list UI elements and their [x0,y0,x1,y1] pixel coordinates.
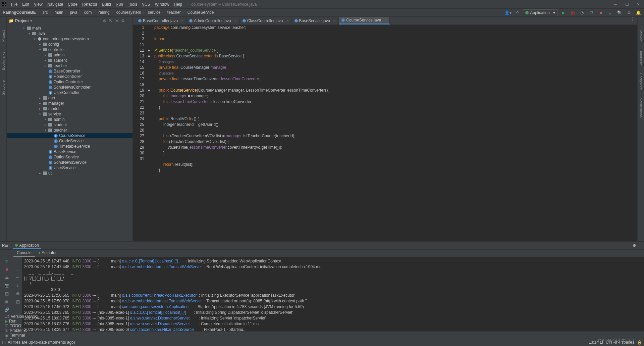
breadcrumb-item[interactable]: CourseService [187,10,215,15]
structure-tool-button[interactable]: Structure [1,80,5,95]
editor-tab[interactable]: cClassController.java× [240,17,292,24]
editor-tab[interactable]: cBaseService.java× [292,17,339,24]
debug-icon[interactable]: 🐞 [569,9,576,16]
link-icon[interactable]: 🔗 [4,307,10,313]
tree-node[interactable]: cHomeController [7,74,132,79]
close-tab-icon[interactable]: × [181,18,183,23]
tree-node[interactable]: ▾service [7,111,132,117]
down-icon[interactable]: ↓ [15,266,21,273]
tree-node[interactable]: ▾main [7,26,132,31]
scroll-icon[interactable]: ⤓ [15,283,21,289]
tree-node[interactable]: ▾controller [7,47,132,52]
editor-tab[interactable]: cAdminController.java× [186,17,240,24]
tree-node[interactable]: ▸config [7,42,132,47]
breadcrumb-item[interactable]: com [84,10,93,15]
tree-node[interactable]: cSdnuNewsController [7,85,132,90]
up-icon[interactable]: ↑ [15,258,21,264]
menu-view[interactable]: View [32,2,45,7]
run-icon[interactable]: ▶ [559,9,567,16]
minimize-icon[interactable]: ─ [610,0,621,9]
menu-navigate[interactable]: Navigate [45,2,65,7]
bookmarks-tool-button[interactable]: Bookmarks [1,52,5,70]
status-problems[interactable]: ⚠ Problems [2,328,41,333]
breadcrumb-item[interactable]: src [42,10,49,15]
tree-node[interactable]: cSdnuNewsService [7,160,132,165]
camera-icon[interactable]: 📷 [4,283,10,289]
tree-node[interactable]: ▸admin [7,117,132,122]
console-tab[interactable]: Console [13,250,35,257]
menu-help[interactable]: Help [171,2,184,7]
menu-run[interactable]: Run [113,2,125,7]
menu-build[interactable]: Build [100,2,113,7]
run-configuration-selector[interactable]: Application▾ [523,9,557,16]
expand-icon[interactable]: ⇱ [109,18,112,23]
menu-tools[interactable]: Tools [125,2,140,7]
exit-icon[interactable]: ⏏ [4,275,10,281]
search-icon[interactable]: 🔍 [616,9,623,16]
tree-node[interactable]: ▸admin [7,52,132,58]
profiler-icon[interactable]: ⏱ [588,9,595,16]
layout-icon[interactable]: ▤ [4,291,10,297]
close-tab-icon[interactable]: × [333,18,336,23]
trash-icon[interactable]: 🗑 [4,299,10,305]
target-icon[interactable]: ⊕ [103,18,106,23]
print-icon[interactable]: 🖶 [15,291,21,297]
breadcrumb-item[interactable]: RainngCourseBE [2,10,37,15]
tree-node[interactable]: cUserService [7,165,132,170]
notifications-icon[interactable]: 🔔 [635,9,642,16]
tree-node[interactable]: ▸manager [7,101,132,106]
breadcrumb-item[interactable]: teacher [167,10,181,15]
menu-code[interactable]: Code [65,2,80,7]
tree-node[interactable]: ▸teacher [7,63,132,68]
tree-node[interactable]: cUserController [7,90,132,95]
close-tab-icon[interactable]: × [234,18,237,23]
tree-node[interactable]: cBaseService [7,149,132,154]
status-version-control[interactable]: ⎇ Version Control [2,314,41,319]
hide-tool-windows-icon[interactable]: ▢ [2,340,6,345]
tree-node[interactable]: ▸student [7,58,132,63]
menu-refactor[interactable]: Refactor [80,2,100,7]
console-output[interactable]: 2023-04-25 15:17:47.448 INFO 3300 --- [ … [22,257,644,331]
tabs-more-icon[interactable]: ⋮ [628,17,637,24]
notifications-tool-button[interactable]: Notifications [639,98,643,118]
editor-tab[interactable]: cBaseController.java× [136,17,186,24]
breadcrumb-item[interactable]: rainng [98,10,110,15]
back-icon[interactable]: ↶ [514,9,521,16]
tree-node[interactable]: cOptionService [7,154,132,160]
vcs-update-icon[interactable]: ⭳ [606,9,614,16]
gear-icon[interactable]: ⚙ [121,18,125,23]
tree-node[interactable]: ▸dao [7,95,132,101]
tree-node[interactable]: ▸student [7,122,132,128]
tree-node[interactable]: cGradeService [7,138,132,144]
wrap-icon[interactable]: ↩ [15,275,21,281]
tree-node[interactable]: ▾teacher [7,128,132,133]
close-icon[interactable]: ✕ [633,0,644,9]
tree-node[interactable]: cCourseService [7,133,132,138]
status-terminal[interactable]: ▣ Terminal [2,333,41,338]
status-run[interactable]: ▶ Run [2,319,41,324]
users-icon[interactable]: 👤▾ [504,9,512,16]
menu-edit[interactable]: Edit [20,2,32,7]
breadcrumb-item[interactable]: service [147,10,161,15]
rerun-icon[interactable]: ↻ [4,258,10,264]
settings-icon[interactable]: ⚙ [625,9,633,16]
code-editor[interactable]: 1231112131415161718192021222324252627282… [133,25,637,241]
tree-node[interactable]: ▾com.rainng.coursesystem [7,36,132,42]
stop-icon[interactable]: ■ [4,266,10,273]
maven-tool-button[interactable]: Maven [639,30,643,41]
editor-tab[interactable]: cCourseService.java× [339,17,390,24]
run-config-tab[interactable]: Application [13,242,41,249]
close-tab-icon[interactable]: × [286,18,289,23]
tree-node[interactable]: cTimetableService [7,144,132,149]
close-tab-icon[interactable]: × [384,18,387,22]
coverage-icon[interactable]: ◔ [578,9,586,16]
status-todo[interactable]: ☑ TODO [2,324,41,328]
project-tree[interactable]: ▾main▾java▾com.rainng.coursesystem▸confi… [7,25,132,241]
project-tool-button[interactable]: Project [1,30,5,42]
endpoints-tool-button[interactable]: Endpoints [639,73,643,90]
menu-vcs[interactable]: VCS [140,2,153,7]
tree-node[interactable]: ▾java [7,31,132,36]
run-settings-icon[interactable]: ⚙ [633,243,636,248]
tree-node[interactable]: ▸model [7,106,132,111]
menu-file[interactable]: File [9,2,20,7]
